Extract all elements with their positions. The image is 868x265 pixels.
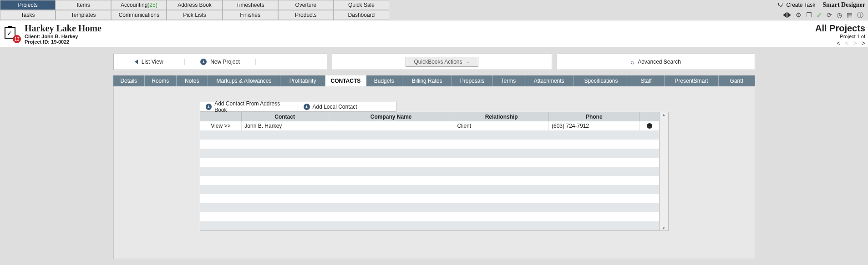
new-project-button[interactable]: + New Project [185, 59, 256, 65]
cell-relationship: Client [454, 121, 549, 130]
add-from-address-book-label: Add Contact From Address Book [214, 100, 292, 113]
tab-staff[interactable]: Staff [628, 75, 664, 86]
table-row: View >>John B. HarkeyClient(603) 724-791… [200, 121, 659, 130]
nav-projects[interactable]: Projects [0, 0, 56, 10]
mid-toolbar-box: QuickBooks Actions ⌄ [332, 54, 552, 70]
tab-gantt[interactable]: Gantt [719, 75, 755, 86]
nav-quick-sale[interactable]: Quick Sale [334, 0, 389, 10]
nav-products[interactable]: Products [278, 10, 334, 20]
nav-timesheets[interactable]: Timesheets [223, 0, 278, 10]
task-badge-button[interactable]: ✓ 13 [5, 27, 18, 40]
create-task-label: Create Task [786, 2, 815, 8]
tab-attachments[interactable]: Attachments [524, 75, 574, 86]
table-row-empty [200, 130, 659, 140]
header-phone: Phone [549, 112, 640, 121]
nav-items[interactable]: Items [56, 0, 111, 10]
scroll-up-icon: ▴ [663, 112, 665, 117]
tab-notes[interactable]: Notes [177, 75, 208, 86]
project-client: Client: John B. Harkey [25, 34, 102, 39]
tab-rooms[interactable]: Rooms [145, 75, 177, 86]
all-projects-label: All Projects [815, 23, 865, 34]
tab-billing-rates[interactable]: Billing Rates [402, 75, 452, 86]
new-project-label: New Project [210, 59, 240, 65]
last-record-icon[interactable]: > [862, 40, 865, 46]
prev-record-icon[interactable]: < [845, 40, 848, 46]
copy-icon[interactable]: ❐ [806, 12, 812, 18]
table-row-empty [200, 185, 659, 194]
tab-details[interactable]: Details [113, 75, 145, 86]
nav-address-book[interactable]: Address Book [167, 0, 222, 10]
chevron-down-icon: ⌄ [466, 60, 470, 64]
list-view-label: List View [142, 59, 163, 65]
add-local-contact-label: Add Local Contact [313, 104, 357, 110]
scroll-down-icon: ▾ [663, 226, 665, 230]
plus-icon: + [304, 104, 310, 110]
cell-contact: John B. Harkey [242, 121, 328, 130]
quickbooks-label: QuickBooks Actions [414, 59, 462, 65]
tab-presentsmart[interactable]: PresentSmart [665, 75, 719, 86]
table-row-empty [200, 167, 659, 176]
top-right-toolbar: 🗨 Create Task Smart Designer ⚙ ❐ ⤢ ⟳ ◷ ▦… [778, 0, 868, 20]
add-from-address-book-button[interactable]: + Add Contact From Address Book [200, 102, 298, 112]
prev-icon [783, 12, 787, 18]
nav-dashboard[interactable]: Dashboard [334, 10, 389, 20]
contacts-table: Contact Company Name Relationship Phone … [200, 112, 660, 231]
info-icon[interactable]: ⓘ [857, 12, 863, 18]
plus-icon: + [200, 59, 207, 65]
grid-icon[interactable]: ▦ [847, 12, 853, 18]
tab-proposals[interactable]: Proposals [452, 75, 492, 86]
table-row-empty [200, 149, 659, 158]
gear-icon[interactable]: ⚙ [796, 12, 802, 18]
workspace: List View + New Project QuickBooks Actio… [0, 47, 868, 259]
table-row-empty [200, 194, 659, 203]
project-id: Project ID: 19-0022 [25, 39, 102, 45]
table-row-empty [200, 221, 659, 230]
clock-icon[interactable]: ◷ [837, 12, 842, 18]
header-contact: Contact [242, 112, 328, 121]
table-row-empty [200, 140, 659, 149]
cell-phone: (603) 724-7912 [549, 121, 640, 130]
tab-contacts[interactable]: CONTACTS [325, 75, 366, 86]
brand-label: Smart Designer [822, 1, 865, 9]
nav-templates[interactable]: Templates [56, 10, 111, 20]
first-record-icon[interactable]: < [837, 40, 840, 46]
scrollbar[interactable]: ▴ ▾ [660, 112, 669, 231]
nav-overture[interactable]: Overture [278, 0, 334, 10]
badge-count: 13 [13, 35, 21, 43]
nav-finishes[interactable]: Finishes [223, 10, 278, 20]
add-local-contact-button[interactable]: + Add Local Contact [298, 102, 396, 112]
contacts-table-header: Contact Company Name Relationship Phone [200, 112, 659, 121]
record-nav-arrows[interactable] [783, 12, 791, 18]
nav-pick-lists[interactable]: Pick Lists [167, 10, 222, 20]
nav-tasks[interactable]: Tasks [0, 10, 56, 20]
tab-profitability[interactable]: Profitability [280, 75, 325, 86]
next-record-icon[interactable]: > [853, 40, 857, 46]
project-header: ✓ 13 Harkey Lake Home Client: John B. Ha… [0, 20, 868, 47]
header-company: Company Name [328, 112, 454, 121]
project-counter: Project 1 of [815, 34, 865, 39]
advanced-search-label: Advanced Search [638, 59, 681, 65]
nav-communications[interactable]: Communications [111, 10, 167, 20]
tab-markups-allowances[interactable]: Markups & Allowances [208, 75, 280, 86]
delete-button[interactable]: − [640, 121, 659, 130]
tab-specifications[interactable]: Specifications [574, 75, 628, 86]
nav-accounting[interactable]: Accounting (25) [111, 0, 167, 10]
contacts-panel: + Add Contact From Address Book + Add Lo… [113, 86, 755, 259]
plus-icon: + [206, 104, 212, 110]
project-title: Harkey Lake Home [25, 23, 102, 34]
view-button[interactable]: View >> [200, 121, 242, 130]
table-row-empty [200, 158, 659, 167]
tab-budgets[interactable]: Budgets [366, 75, 402, 86]
cell-company [328, 121, 454, 130]
refresh-icon[interactable]: ⟳ [827, 12, 832, 18]
tab-terms[interactable]: Terms [493, 75, 525, 86]
quickbooks-dropdown[interactable]: QuickBooks Actions ⌄ [406, 57, 478, 67]
advanced-search-button[interactable]: ⌕ Advanced Search [557, 54, 755, 70]
create-task-button[interactable]: 🗨 Create Task [778, 2, 815, 8]
main-nav: ProjectsItemsAccounting (25)Address Book… [0, 0, 868, 20]
expand-icon[interactable]: ⤢ [817, 12, 822, 18]
table-row-empty [200, 203, 659, 212]
tab-bar: DetailsRoomsNotesMarkups & AllowancesPro… [113, 75, 755, 86]
list-view-button[interactable]: List View [114, 59, 185, 65]
table-row-empty [200, 212, 659, 221]
